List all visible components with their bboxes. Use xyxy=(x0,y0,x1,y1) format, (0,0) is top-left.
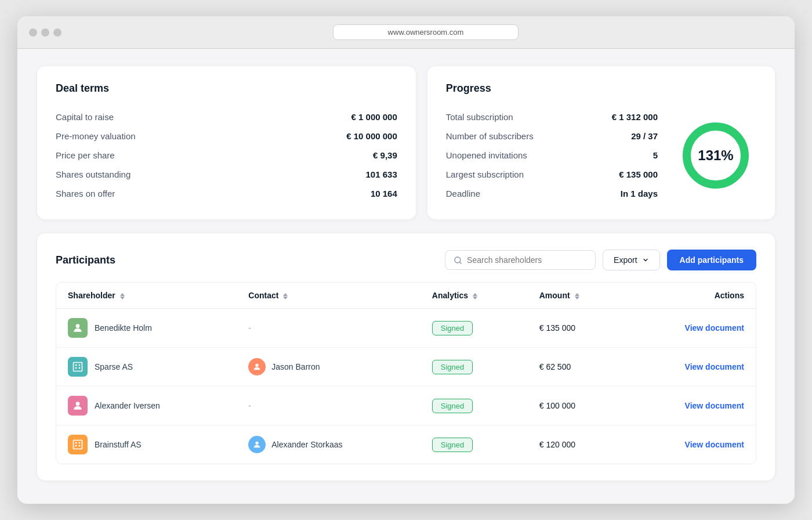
col-actions: Actions xyxy=(626,283,756,309)
contact-name: Jason Barron xyxy=(271,362,320,371)
progress-row-value: € 1 312 000 xyxy=(612,112,658,122)
progress-row-value: 29 / 37 xyxy=(631,131,658,141)
participants-table-wrapper: Shareholder Contact xyxy=(56,282,756,464)
contact-avatar xyxy=(248,436,266,453)
svg-point-17 xyxy=(256,442,259,445)
contact-sort-icon xyxy=(283,293,288,299)
participants-table: Shareholder Contact xyxy=(56,283,756,464)
deal-terms-card: Deal terms Capital to raise € 1 000 000 … xyxy=(37,66,416,219)
amount-sort-icon xyxy=(575,293,579,299)
status-badge: Signed xyxy=(432,360,473,374)
analytics-cell: Signed xyxy=(420,309,528,348)
participants-header: Participants Export xyxy=(56,250,756,270)
progress-stat-row: Unopened invitations 5 xyxy=(446,146,658,165)
participants-title: Participants xyxy=(56,254,115,266)
amount-cell: € 135 000 xyxy=(528,309,626,348)
browser-chrome: www.ownersroom.com xyxy=(17,16,795,49)
deal-term-value: 10 164 xyxy=(371,189,397,198)
table-body: Benedikte Holm - Signed € 135 000 View d… xyxy=(56,309,756,464)
table-row: Brainstuff AS Alexander Storkaas Signed … xyxy=(56,425,756,464)
deal-term-label: Price per share xyxy=(56,150,115,160)
col-contact[interactable]: Contact xyxy=(237,283,420,309)
svg-rect-14 xyxy=(79,442,81,444)
participants-card: Participants Export xyxy=(37,233,775,481)
shareholder-avatar xyxy=(68,318,88,338)
progress-stat-row: Deadline In 1 days xyxy=(446,184,658,203)
progress-row-value: € 135 000 xyxy=(619,169,658,179)
svg-rect-9 xyxy=(79,367,81,369)
status-badge: Signed xyxy=(432,321,473,335)
deal-term-row: Capital to raise € 1 000 000 xyxy=(56,107,397,127)
deal-term-value: 101 633 xyxy=(366,169,397,179)
add-participants-button[interactable]: Add participants xyxy=(667,250,756,270)
export-button[interactable]: Export xyxy=(603,250,659,270)
view-document-link[interactable]: View document xyxy=(685,440,744,449)
analytics-cell: Signed xyxy=(420,425,528,464)
col-amount[interactable]: Amount xyxy=(528,283,626,309)
donut-wrapper: 131% xyxy=(675,107,756,203)
browser-address: www.ownersroom.com xyxy=(68,24,783,40)
contact-dash: - xyxy=(248,401,251,410)
action-cell: View document xyxy=(626,387,756,425)
col-analytics[interactable]: Analytics xyxy=(420,283,528,309)
top-row: Deal terms Capital to raise € 1 000 000 … xyxy=(37,66,775,219)
deal-term-label: Pre-money valuation xyxy=(56,131,136,141)
progress-stats: Total subscription € 1 312 000 Number of… xyxy=(446,107,658,203)
amount-value: € 100 000 xyxy=(539,401,575,410)
status-badge: Signed xyxy=(432,399,473,413)
amount-value: € 120 000 xyxy=(539,440,575,449)
view-document-link[interactable]: View document xyxy=(685,401,744,410)
shareholder-name: Benedikte Holm xyxy=(95,323,152,333)
deal-term-value: € 9,39 xyxy=(373,150,397,160)
shareholder-name: Brainstuff AS xyxy=(95,440,142,449)
browser-dot-yellow xyxy=(41,28,49,37)
search-box[interactable] xyxy=(445,250,596,270)
analytics-cell: Signed xyxy=(420,387,528,425)
progress-card: Progress Total subscription € 1 312 000 … xyxy=(427,66,775,219)
progress-row-value: 5 xyxy=(653,150,658,160)
participants-controls: Export Add participants xyxy=(445,250,756,270)
browser-content: Deal terms Capital to raise € 1 000 000 … xyxy=(17,49,795,498)
shareholder-name: Sparse AS xyxy=(95,362,133,371)
progress-title: Progress xyxy=(446,82,756,95)
col-shareholder[interactable]: Shareholder xyxy=(56,283,237,309)
shareholder-sort-icon xyxy=(120,293,125,299)
view-document-link[interactable]: View document xyxy=(685,323,744,333)
donut-label: 131% xyxy=(698,147,733,164)
deal-term-label: Shares on offer xyxy=(56,189,115,198)
action-cell: View document xyxy=(626,309,756,348)
deal-term-value: € 1 000 000 xyxy=(351,112,397,122)
svg-rect-5 xyxy=(74,363,82,371)
contact-td: Alexander Storkaas xyxy=(237,425,420,464)
deal-term-row: Pre-money valuation € 10 000 000 xyxy=(56,127,397,146)
svg-rect-16 xyxy=(79,445,81,447)
deal-term-label: Capital to raise xyxy=(56,112,114,122)
contact-avatar xyxy=(248,358,266,375)
action-cell: View document xyxy=(626,348,756,387)
contact-td: Jason Barron xyxy=(237,348,420,387)
shareholder-avatar xyxy=(68,357,88,377)
progress-stat-row: Largest subscription € 135 000 xyxy=(446,165,658,184)
deal-term-row: Shares outstanding 101 633 xyxy=(56,165,397,184)
progress-row-label: Deadline xyxy=(446,189,480,198)
progress-stat-row: Total subscription € 1 312 000 xyxy=(446,107,658,127)
progress-row-value: In 1 days xyxy=(621,189,658,198)
progress-row-label: Largest subscription xyxy=(446,169,524,179)
svg-rect-7 xyxy=(79,364,81,366)
svg-rect-8 xyxy=(75,367,77,369)
address-bar[interactable]: www.ownersroom.com xyxy=(333,24,519,40)
progress-inner: Total subscription € 1 312 000 Number of… xyxy=(446,107,756,203)
view-document-link[interactable]: View document xyxy=(685,362,744,371)
search-input[interactable] xyxy=(467,255,587,265)
table-row: Sparse AS Jason Barron Signed € 62 500 V… xyxy=(56,348,756,387)
status-badge: Signed xyxy=(432,438,473,452)
browser-dots xyxy=(29,28,61,37)
export-label: Export xyxy=(614,255,637,265)
deal-terms-title: Deal terms xyxy=(56,82,397,95)
table-row: Alexander Iversen - Signed € 100 000 Vie… xyxy=(56,387,756,425)
deal-terms-rows: Capital to raise € 1 000 000 Pre-money v… xyxy=(56,107,397,203)
deal-term-row: Shares on offer 10 164 xyxy=(56,184,397,203)
svg-rect-12 xyxy=(74,440,82,449)
analytics-cell: Signed xyxy=(420,348,528,387)
amount-cell: € 100 000 xyxy=(528,387,626,425)
